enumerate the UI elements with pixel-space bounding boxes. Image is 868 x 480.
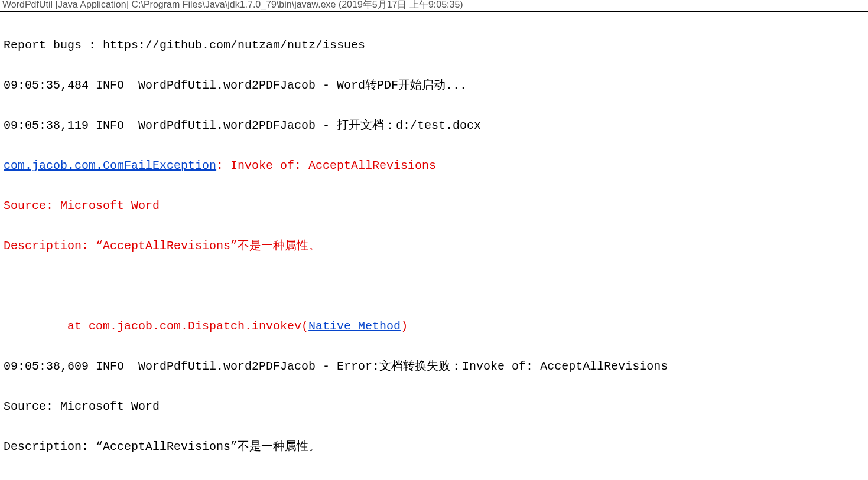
console-title-bar: WordPdfUtil [Java Application] C:\Progra… — [0, 0, 868, 12]
stack-frame: at com.jacob.com.Dispatch.invokev(Native… — [4, 316, 864, 337]
exception-class-link[interactable]: com.jacob.com.ComFailException — [4, 159, 216, 172]
log-line: 09:05:38,119 INFO WordPdfUtil.word2PDFJa… — [4, 116, 864, 136]
log-line: 09:05:35,484 INFO WordPdfUtil.word2PDFJa… — [4, 76, 864, 96]
log-line: 09:05:38,609 INFO WordPdfUtil.word2PDFJa… — [4, 357, 864, 377]
log-line: Report bugs : https://github.com/nutzam/… — [4, 35, 864, 55]
stack-suffix: ) — [401, 319, 408, 333]
stack-prefix: at com.jacob.com.Dispatch.invokev( — [67, 319, 308, 333]
source-link[interactable]: Native Method — [308, 319, 401, 333]
log-line: Description: “AcceptAllRevisions”不是一种属性。 — [4, 437, 864, 457]
log-line: Source: Microsoft Word — [4, 397, 864, 417]
exception-source: Source: Microsoft Word — [4, 196, 864, 216]
exception-msg: : Invoke of: AcceptAllRevisions — [216, 159, 436, 172]
blank-line — [4, 276, 864, 296]
exception-line: com.jacob.com.ComFailException: Invoke o… — [4, 156, 864, 176]
exception-desc: Description: “AcceptAllRevisions”不是一种属性。 — [4, 236, 864, 256]
blank-line — [4, 477, 864, 480]
console-output[interactable]: Report bugs : https://github.com/nutzam/… — [0, 12, 868, 480]
